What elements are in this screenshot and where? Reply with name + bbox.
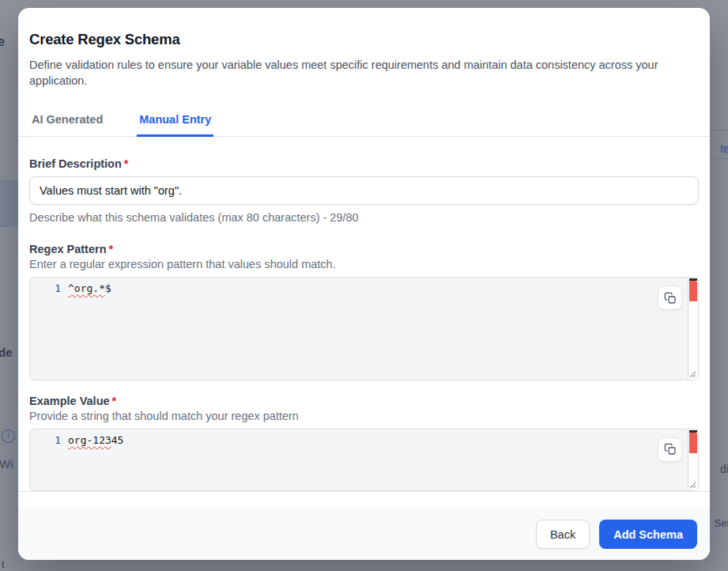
regex-pattern-editor[interactable]: 1^org.*$ <box>29 277 699 380</box>
lint-error-text: org-123 <box>68 434 111 446</box>
code-line: 1^org.*$ <box>30 282 687 294</box>
resize-handle-icon[interactable] <box>688 480 696 489</box>
required-asterisk: * <box>109 243 114 255</box>
footer-divider <box>18 491 710 492</box>
example-value-editor[interactable]: 1org-12345 <box>29 429 699 491</box>
code-text: org-12345 <box>68 434 123 446</box>
code-line: 1org-12345 <box>30 434 687 446</box>
tab-bar: AI Generated Manual Entry <box>18 113 710 137</box>
copy-button[interactable] <box>658 437 682 462</box>
dialog-footer-zone: Back Add Schema <box>18 491 710 560</box>
label-text: Example Value <box>29 395 110 407</box>
code-text-rest: 45 <box>111 434 124 446</box>
annotation-gutter <box>688 278 698 380</box>
dialog-title: Create Regex Schema <box>29 31 699 48</box>
error-marker <box>689 433 697 453</box>
copy-icon <box>664 443 677 456</box>
label-text: Regex Pattern <box>29 243 107 255</box>
error-marker <box>689 281 697 301</box>
lint-error-text: ^org.* <box>68 282 105 294</box>
brief-description-label: Brief Description* <box>29 157 699 170</box>
create-regex-schema-dialog: Create Regex Schema Define validation ru… <box>18 8 710 560</box>
line-number: 1 <box>30 434 61 446</box>
tab-ai-generated[interactable]: AI Generated <box>29 113 105 136</box>
regex-pattern-helper: Enter a regular expression pattern that … <box>29 258 699 270</box>
example-value-helper: Provide a string that should match your … <box>29 410 699 422</box>
dialog-footer: Back Add Schema <box>18 508 710 560</box>
tab-manual-entry[interactable]: Manual Entry <box>137 113 213 137</box>
back-button[interactable]: Back <box>536 520 590 549</box>
example-value-label: Example Value* <box>29 395 699 407</box>
resize-handle-icon[interactable] <box>688 369 696 378</box>
required-asterisk: * <box>124 157 129 170</box>
regex-pattern-label: Regex Pattern* <box>29 243 699 255</box>
copy-button[interactable] <box>658 286 682 310</box>
code-text: ^org.*$ <box>68 282 111 294</box>
label-text: Brief Description <box>29 157 122 170</box>
dialog-body: Create Regex Schema Define validation ru… <box>18 8 710 491</box>
dialog-description: Define validation rules to ensure your v… <box>29 57 699 89</box>
required-asterisk: * <box>112 395 117 407</box>
brief-description-helper: Describe what this schema validates (max… <box>29 211 699 224</box>
brief-description-input[interactable] <box>29 176 699 206</box>
line-number: 1 <box>30 282 61 294</box>
code-text-rest: $ <box>105 282 111 294</box>
copy-icon <box>664 292 677 304</box>
add-schema-button[interactable]: Add Schema <box>599 520 697 549</box>
